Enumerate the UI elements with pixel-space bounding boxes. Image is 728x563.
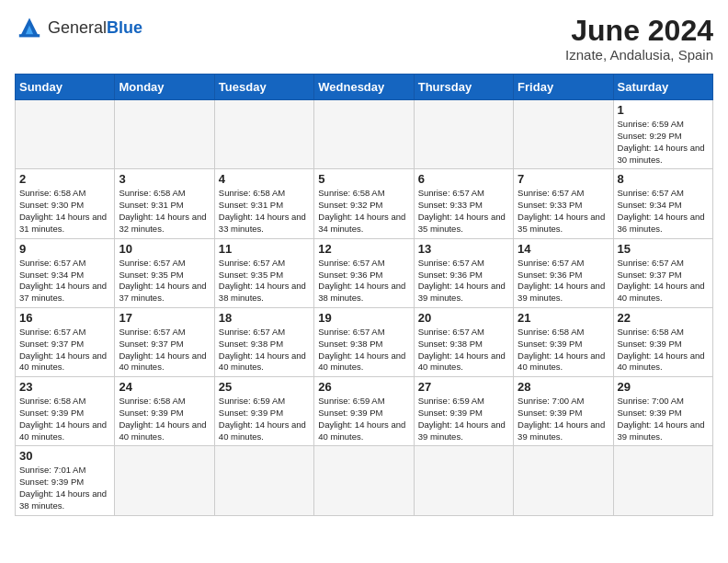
day-info: Sunrise: 6:58 AM Sunset: 9:32 PM Dayligh… xyxy=(318,188,409,235)
day-number: 11 xyxy=(219,242,310,256)
title-block: June 2024 Iznate, Andalusia, Spain xyxy=(565,15,713,63)
day-number: 19 xyxy=(318,311,409,325)
calendar-day-cell: 7Sunrise: 6:57 AM Sunset: 9:33 PM Daylig… xyxy=(514,169,613,238)
calendar-day-cell: 15Sunrise: 6:57 AM Sunset: 9:37 PM Dayli… xyxy=(613,238,712,307)
day-info: Sunrise: 6:57 AM Sunset: 9:35 PM Dayligh… xyxy=(219,258,310,304)
day-info: Sunrise: 6:57 AM Sunset: 9:37 PM Dayligh… xyxy=(618,258,709,304)
calendar-day-cell: 10Sunrise: 6:57 AM Sunset: 9:35 PM Dayli… xyxy=(115,238,214,307)
calendar-week-row: 2Sunrise: 6:58 AM Sunset: 9:30 PM Daylig… xyxy=(16,169,713,238)
calendar-day-cell xyxy=(115,100,214,169)
day-number: 4 xyxy=(219,172,310,186)
day-number: 7 xyxy=(518,172,609,186)
calendar-week-row: 9Sunrise: 6:57 AM Sunset: 9:34 PM Daylig… xyxy=(16,238,713,307)
day-info: Sunrise: 6:58 AM Sunset: 9:30 PM Dayligh… xyxy=(19,188,110,235)
day-info: Sunrise: 6:57 AM Sunset: 9:34 PM Dayligh… xyxy=(618,188,709,235)
day-info: Sunrise: 6:57 AM Sunset: 9:36 PM Dayligh… xyxy=(418,258,509,304)
calendar-day-cell: 12Sunrise: 6:57 AM Sunset: 9:36 PM Dayli… xyxy=(314,238,414,307)
day-number: 3 xyxy=(119,172,210,186)
calendar-day-cell xyxy=(414,100,513,169)
day-info: Sunrise: 6:57 AM Sunset: 9:33 PM Dayligh… xyxy=(418,188,509,235)
day-info: Sunrise: 6:58 AM Sunset: 9:31 PM Dayligh… xyxy=(219,188,310,235)
day-number: 17 xyxy=(119,311,210,325)
day-info: Sunrise: 6:57 AM Sunset: 9:38 PM Dayligh… xyxy=(318,327,409,373)
calendar-day-cell: 14Sunrise: 6:57 AM Sunset: 9:36 PM Dayli… xyxy=(514,238,613,307)
day-info: Sunrise: 6:59 AM Sunset: 9:39 PM Dayligh… xyxy=(219,396,310,442)
calendar-day-cell: 27Sunrise: 6:59 AM Sunset: 9:39 PM Dayli… xyxy=(414,377,513,446)
day-number: 27 xyxy=(418,380,509,394)
calendar-day-cell: 29Sunrise: 7:00 AM Sunset: 9:39 PM Dayli… xyxy=(613,377,712,446)
day-info: Sunrise: 6:57 AM Sunset: 9:37 PM Dayligh… xyxy=(19,327,110,373)
calendar-day-cell xyxy=(514,100,613,169)
calendar-day-cell xyxy=(314,100,414,169)
day-number: 30 xyxy=(19,449,110,463)
calendar-day-cell: 25Sunrise: 6:59 AM Sunset: 9:39 PM Dayli… xyxy=(214,377,313,446)
page-header: GeneralBlue June 2024 Iznate, Andalusia,… xyxy=(15,15,713,63)
day-number: 26 xyxy=(318,380,409,394)
calendar-day-cell: 5Sunrise: 6:58 AM Sunset: 9:32 PM Daylig… xyxy=(314,169,414,238)
weekday-header-thursday: Thursday xyxy=(414,75,513,100)
day-number: 2 xyxy=(19,172,110,186)
calendar-day-cell: 17Sunrise: 6:57 AM Sunset: 9:37 PM Dayli… xyxy=(115,307,214,376)
calendar-week-row: 30Sunrise: 7:01 AM Sunset: 9:39 PM Dayli… xyxy=(16,446,713,515)
calendar-day-cell: 1Sunrise: 6:59 AM Sunset: 9:29 PM Daylig… xyxy=(613,100,712,169)
calendar-week-row: 23Sunrise: 6:58 AM Sunset: 9:39 PM Dayli… xyxy=(16,377,713,446)
calendar-week-row: 1Sunrise: 6:59 AM Sunset: 9:29 PM Daylig… xyxy=(16,100,713,169)
day-info: Sunrise: 6:58 AM Sunset: 9:39 PM Dayligh… xyxy=(119,396,210,442)
day-number: 10 xyxy=(119,242,210,256)
weekday-header-friday: Friday xyxy=(514,75,613,100)
calendar-day-cell: 9Sunrise: 6:57 AM Sunset: 9:34 PM Daylig… xyxy=(16,238,115,307)
month-title: June 2024 xyxy=(565,15,713,47)
calendar-day-cell xyxy=(414,446,513,515)
calendar-day-cell: 24Sunrise: 6:58 AM Sunset: 9:39 PM Dayli… xyxy=(115,377,214,446)
calendar-day-cell: 2Sunrise: 6:58 AM Sunset: 9:30 PM Daylig… xyxy=(16,169,115,238)
calendar-day-cell xyxy=(16,100,115,169)
calendar-day-cell: 28Sunrise: 7:00 AM Sunset: 9:39 PM Dayli… xyxy=(514,377,613,446)
location: Iznate, Andalusia, Spain xyxy=(565,47,713,63)
calendar-day-cell xyxy=(514,446,613,515)
day-number: 21 xyxy=(518,311,609,325)
day-number: 28 xyxy=(518,380,609,394)
day-info: Sunrise: 6:57 AM Sunset: 9:35 PM Dayligh… xyxy=(119,258,210,304)
day-number: 8 xyxy=(618,172,709,186)
day-info: Sunrise: 6:59 AM Sunset: 9:29 PM Dayligh… xyxy=(618,119,709,166)
day-number: 5 xyxy=(318,172,409,186)
day-info: Sunrise: 6:59 AM Sunset: 9:39 PM Dayligh… xyxy=(418,396,509,442)
day-number: 14 xyxy=(518,242,609,256)
day-number: 9 xyxy=(19,242,110,256)
day-info: Sunrise: 6:59 AM Sunset: 9:39 PM Dayligh… xyxy=(318,396,409,442)
day-info: Sunrise: 6:58 AM Sunset: 9:39 PM Dayligh… xyxy=(618,327,709,373)
logo: GeneralBlue xyxy=(15,15,142,40)
calendar-day-cell: 18Sunrise: 6:57 AM Sunset: 9:38 PM Dayli… xyxy=(214,307,313,376)
calendar-day-cell: 19Sunrise: 6:57 AM Sunset: 9:38 PM Dayli… xyxy=(314,307,414,376)
day-info: Sunrise: 6:57 AM Sunset: 9:36 PM Dayligh… xyxy=(318,258,409,304)
day-number: 1 xyxy=(618,103,709,117)
calendar-day-cell: 20Sunrise: 6:57 AM Sunset: 9:38 PM Dayli… xyxy=(414,307,513,376)
day-number: 25 xyxy=(219,380,310,394)
calendar-day-cell: 11Sunrise: 6:57 AM Sunset: 9:35 PM Dayli… xyxy=(214,238,313,307)
day-info: Sunrise: 6:58 AM Sunset: 9:39 PM Dayligh… xyxy=(19,396,110,442)
day-info: Sunrise: 6:57 AM Sunset: 9:33 PM Dayligh… xyxy=(518,188,609,235)
calendar-day-cell xyxy=(214,446,313,515)
day-info: Sunrise: 7:01 AM Sunset: 9:39 PM Dayligh… xyxy=(19,465,110,511)
calendar-week-row: 16Sunrise: 6:57 AM Sunset: 9:37 PM Dayli… xyxy=(16,307,713,376)
day-number: 23 xyxy=(19,380,110,394)
day-number: 12 xyxy=(318,242,409,256)
calendar-day-cell xyxy=(314,446,414,515)
calendar-day-cell: 23Sunrise: 6:58 AM Sunset: 9:39 PM Dayli… xyxy=(16,377,115,446)
day-number: 22 xyxy=(618,311,709,325)
calendar-day-cell: 3Sunrise: 6:58 AM Sunset: 9:31 PM Daylig… xyxy=(115,169,214,238)
weekday-header-row: SundayMondayTuesdayWednesdayThursdayFrid… xyxy=(16,75,713,100)
calendar-day-cell xyxy=(613,446,712,515)
calendar-day-cell xyxy=(214,100,313,169)
weekday-header-sunday: Sunday xyxy=(16,75,115,100)
day-number: 16 xyxy=(19,311,110,325)
logo-text: GeneralBlue xyxy=(48,18,142,38)
weekday-header-monday: Monday xyxy=(115,75,214,100)
svg-rect-2 xyxy=(19,34,40,37)
calendar-day-cell: 8Sunrise: 6:57 AM Sunset: 9:34 PM Daylig… xyxy=(613,169,712,238)
day-number: 15 xyxy=(618,242,709,256)
calendar-day-cell: 30Sunrise: 7:01 AM Sunset: 9:39 PM Dayli… xyxy=(16,446,115,515)
day-info: Sunrise: 6:58 AM Sunset: 9:31 PM Dayligh… xyxy=(119,188,210,235)
day-info: Sunrise: 6:57 AM Sunset: 9:37 PM Dayligh… xyxy=(119,327,210,373)
calendar-day-cell: 13Sunrise: 6:57 AM Sunset: 9:36 PM Dayli… xyxy=(414,238,513,307)
